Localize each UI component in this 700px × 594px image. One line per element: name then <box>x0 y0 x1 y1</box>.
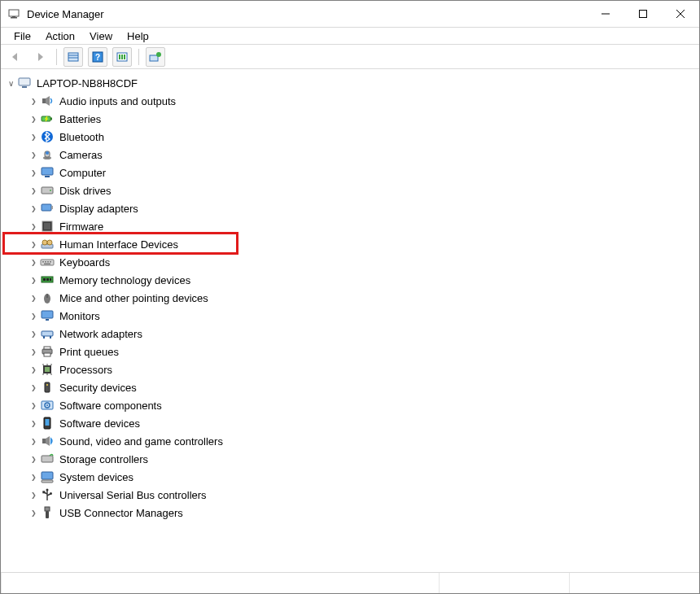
expand-caret-icon[interactable]: ❯ <box>28 491 38 499</box>
tree-item[interactable]: ❯Display adapters <box>6 199 698 217</box>
memory-icon <box>40 273 55 287</box>
usb-connector-icon <box>40 505 55 520</box>
expand-caret-icon[interactable]: ❯ <box>28 223 38 230</box>
svg-rect-74 <box>42 439 46 443</box>
svg-rect-0 <box>9 10 19 16</box>
tree-item[interactable]: ❯USB Connector Managers <box>6 504 698 522</box>
svg-rect-7 <box>68 53 78 61</box>
show-hidden-button[interactable] <box>146 47 165 67</box>
collapse-caret-icon[interactable]: ∨ <box>6 79 15 88</box>
tree-item[interactable]: ❯Network adapters <box>6 325 698 343</box>
svg-rect-80 <box>42 491 45 493</box>
tree-item[interactable]: ❯Cameras <box>6 146 698 164</box>
tree-item-label: Network adapters <box>59 328 142 340</box>
expand-caret-icon[interactable]: ❯ <box>28 259 38 266</box>
expand-caret-icon[interactable]: ❯ <box>28 509 38 517</box>
tree-item[interactable]: ❯Batteries <box>6 110 698 128</box>
svg-point-26 <box>46 151 49 155</box>
close-button[interactable] <box>662 1 699 27</box>
tree-item[interactable]: ❯Universal Serial Bus controllers <box>6 486 698 504</box>
computer-icon <box>17 76 32 90</box>
expand-caret-icon[interactable]: ❯ <box>28 133 38 141</box>
expand-caret-icon[interactable]: ❯ <box>28 187 38 194</box>
expand-caret-icon[interactable]: ❯ <box>28 384 38 391</box>
expand-caret-icon[interactable]: ❯ <box>28 330 38 338</box>
tree-item[interactable]: ❯System devices <box>6 468 698 486</box>
tree-item[interactable]: ❯Keyboards <box>6 253 698 271</box>
forward-button[interactable] <box>30 47 50 67</box>
svg-rect-48 <box>50 278 51 281</box>
tree-item-label: Audio inputs and outputs <box>59 95 176 107</box>
tree-item[interactable]: ❯Security devices <box>6 378 698 396</box>
tree-item[interactable]: ❯Mice and other pointing devices <box>6 289 698 307</box>
tree-item[interactable]: ❯Audio inputs and outputs <box>6 92 698 110</box>
svg-point-79 <box>46 489 49 491</box>
tree-item[interactable]: ❯Sound, video and game controllers <box>6 432 698 450</box>
tree-item[interactable]: ❯Software devices <box>6 414 698 432</box>
tree-item[interactable]: ❯Memory technology devices <box>6 271 698 289</box>
svg-rect-55 <box>50 336 51 338</box>
svg-rect-19 <box>22 86 27 88</box>
expand-caret-icon[interactable]: ❯ <box>28 295 38 302</box>
tree-item[interactable]: ❯Human Interface Devices <box>6 235 698 253</box>
menu-view[interactable]: View <box>83 28 119 44</box>
toolbar-separator <box>56 49 57 65</box>
expand-caret-icon[interactable]: ❯ <box>28 456 38 463</box>
camera-icon <box>40 147 55 162</box>
minimize-button[interactable] <box>587 1 624 27</box>
expand-caret-icon[interactable]: ❯ <box>28 98 38 105</box>
expand-caret-icon[interactable]: ❯ <box>28 366 38 373</box>
help-button[interactable]: ? <box>88 47 107 67</box>
svg-rect-2 <box>12 16 15 17</box>
expand-caret-icon[interactable]: ❯ <box>28 312 38 320</box>
expand-caret-icon[interactable]: ❯ <box>28 438 38 445</box>
svg-rect-53 <box>42 331 53 336</box>
tree-item[interactable]: ❯Processors <box>6 360 698 378</box>
svg-rect-40 <box>42 261 44 263</box>
tree-item-label: System devices <box>59 471 133 483</box>
network-icon <box>40 326 55 341</box>
tree-item[interactable]: ❯Bluetooth <box>6 128 698 146</box>
device-tree-container[interactable]: ∨ LAPTOP-NB8H8CDF ❯Audio inputs and outp… <box>1 69 699 572</box>
expand-caret-icon[interactable]: ❯ <box>28 402 38 409</box>
svg-rect-46 <box>43 278 46 281</box>
svg-point-37 <box>42 240 47 245</box>
expand-caret-icon[interactable]: ❯ <box>28 348 38 356</box>
tree-item-label: Computer <box>59 167 106 179</box>
expand-caret-icon[interactable]: ❯ <box>28 241 38 248</box>
expand-caret-icon[interactable]: ❯ <box>28 277 38 284</box>
expand-caret-icon[interactable]: ❯ <box>28 205 38 212</box>
expand-caret-icon[interactable]: ❯ <box>28 169 38 177</box>
tree-item[interactable]: ❯Software components <box>6 396 698 414</box>
tree-item-label: Security devices <box>59 382 137 394</box>
expand-caret-icon[interactable]: ❯ <box>28 474 38 481</box>
properties-button[interactable] <box>63 47 83 67</box>
tree-item[interactable]: ❯Print queues <box>6 343 698 360</box>
menu-help[interactable]: Help <box>120 28 155 44</box>
tree-item-label: Bluetooth <box>59 131 104 143</box>
svg-rect-4 <box>640 11 647 18</box>
back-button[interactable] <box>6 47 25 67</box>
svg-rect-1 <box>11 17 17 19</box>
tree-item-label: Cameras <box>59 149 103 161</box>
svg-rect-20 <box>42 98 46 103</box>
window-title: Device Manager <box>27 8 104 20</box>
tree-item[interactable]: ❯Computer <box>6 164 698 181</box>
tree-item[interactable]: ❯Disk drives <box>6 181 698 199</box>
menu-file[interactable]: File <box>7 28 37 44</box>
expand-caret-icon[interactable]: ❯ <box>28 151 38 159</box>
sound-icon <box>40 434 55 448</box>
tree-root[interactable]: ∨ LAPTOP-NB8H8CDF <box>6 74 698 92</box>
tree-item[interactable]: ❯Storage controllers <box>6 450 698 468</box>
tree-item[interactable]: ❯Firmware <box>6 217 698 235</box>
tree-item-label: Keyboards <box>59 256 110 269</box>
expand-caret-icon[interactable]: ❯ <box>28 420 38 427</box>
scan-hardware-button[interactable] <box>112 47 132 67</box>
software-device-icon <box>40 416 55 430</box>
expand-caret-icon[interactable]: ❯ <box>28 116 38 123</box>
svg-rect-27 <box>42 168 53 175</box>
tree-item[interactable]: ❯Monitors <box>6 307 698 325</box>
maximize-button[interactable] <box>624 1 662 27</box>
menu-action[interactable]: Action <box>39 28 81 44</box>
bluetooth-icon <box>40 129 55 144</box>
